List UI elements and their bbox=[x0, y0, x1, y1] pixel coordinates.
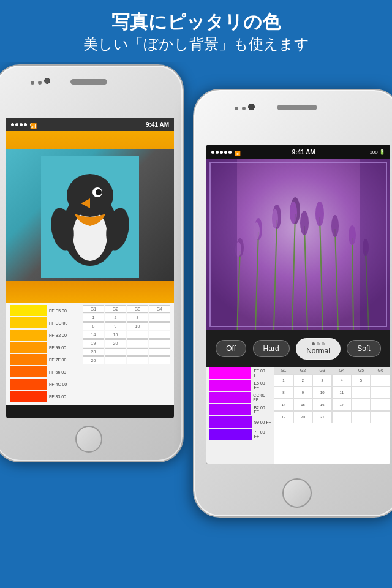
color-hex-right: E5 00 FF bbox=[254, 381, 271, 390]
left-palette-row[interactable]: FF B2 00 bbox=[10, 330, 81, 341]
left-grid-cell[interactable] bbox=[105, 356, 126, 364]
right-grid-cell[interactable] bbox=[371, 399, 390, 411]
right-palette-row[interactable]: FF 00 FF bbox=[206, 367, 274, 379]
left-grid-cell[interactable] bbox=[127, 331, 148, 339]
screen-right: 📶 9:41 AM 100 🔋 bbox=[206, 145, 390, 464]
left-grid-cell[interactable]: 20 bbox=[105, 339, 126, 347]
right-grid-cell[interactable]: 9 bbox=[293, 386, 313, 399]
header-subtitle: 美しい「ぼかし背景」も使えます bbox=[12, 34, 380, 53]
right-grid-cell[interactable]: 11 bbox=[332, 386, 352, 399]
right-palette-row[interactable]: 7F 00 FF bbox=[206, 428, 274, 440]
right-grid-cell[interactable] bbox=[352, 399, 371, 411]
left-grid-cell[interactable]: 8 bbox=[83, 322, 104, 330]
svg-rect-32 bbox=[206, 159, 237, 330]
left-grid-cell[interactable]: 10 bbox=[127, 322, 148, 330]
right-grid-cell[interactable]: 16 bbox=[312, 399, 332, 411]
lavender-svg bbox=[206, 159, 390, 330]
right-gh-g4: G4 bbox=[332, 367, 352, 374]
color-hex-label: FF 66 00 bbox=[49, 370, 81, 374]
right-grid-cell[interactable]: 5 bbox=[352, 374, 371, 386]
left-grid-cell[interactable] bbox=[149, 322, 170, 330]
left-grid-cell[interactable]: 15 bbox=[105, 331, 126, 339]
left-grid-cell[interactable]: 2 bbox=[105, 314, 126, 322]
blur-normal-button[interactable]: Normal bbox=[296, 338, 341, 360]
left-grid-cell[interactable] bbox=[127, 348, 148, 356]
left-grid-cell[interactable]: 19 bbox=[83, 339, 104, 347]
left-grid-cell[interactable] bbox=[149, 348, 170, 356]
right-grid-cell[interactable]: 21 bbox=[312, 411, 332, 423]
palette-left: FF E5 00FF CC 00FF B2 00FF 99 00FF 7F 00… bbox=[6, 303, 174, 405]
bird-area bbox=[6, 131, 174, 303]
color-hex-label: FF 99 00 bbox=[49, 345, 81, 350]
left-grid-cell[interactable]: 3 bbox=[127, 314, 148, 322]
left-palette-row[interactable]: FF 66 00 bbox=[10, 366, 81, 377]
right-palette-row[interactable]: CC 00 FF bbox=[206, 391, 274, 404]
right-grid-cell[interactable]: 15 bbox=[293, 399, 313, 411]
right-grid-cell[interactable]: 17 bbox=[332, 399, 352, 411]
blur-hard-button[interactable]: Hard bbox=[253, 340, 290, 357]
left-palette-row[interactable]: FF 33 00 bbox=[10, 391, 81, 402]
right-grid-cell[interactable]: 10 bbox=[312, 386, 332, 399]
right-grid-cell[interactable]: 3 bbox=[312, 374, 332, 386]
right-palette-row[interactable]: E5 00 FF bbox=[206, 379, 274, 391]
right-grid-cell[interactable]: 8 bbox=[274, 386, 293, 399]
phones-area: 📶 9:41 AM bbox=[0, 64, 392, 588]
right-grid-cell[interactable]: 19 bbox=[274, 411, 293, 423]
left-palette-row[interactable]: FF CC 00 bbox=[10, 317, 81, 328]
home-button-left[interactable] bbox=[75, 426, 102, 453]
right-grid-cell[interactable]: 1 bbox=[274, 374, 293, 386]
blur-off-button[interactable]: Off bbox=[216, 340, 246, 357]
right-grid-cell[interactable] bbox=[371, 386, 390, 399]
time-right: 9:41 AM bbox=[292, 149, 315, 156]
color-hex-right: CC 00 FF bbox=[253, 393, 271, 402]
color-swatch-right bbox=[209, 429, 252, 440]
right-grid-cell[interactable] bbox=[352, 386, 371, 399]
left-grid-cell[interactable] bbox=[149, 339, 170, 347]
svg-rect-33 bbox=[360, 159, 390, 330]
right-palette-row[interactable]: 99 00 FF bbox=[206, 416, 274, 428]
svg-point-6 bbox=[96, 189, 102, 195]
left-grid-cell[interactable]: 26 bbox=[83, 356, 104, 364]
color-swatch-right bbox=[209, 392, 251, 403]
left-grid-cell[interactable] bbox=[149, 314, 170, 322]
svg-point-3 bbox=[67, 174, 113, 217]
right-grid-cell[interactable]: 14 bbox=[274, 399, 293, 411]
normal-dots bbox=[306, 342, 330, 345]
color-hex-right: B2 00 FF bbox=[254, 405, 271, 414]
left-grid-cell[interactable] bbox=[149, 356, 170, 364]
left-grid-cell[interactable]: 9 bbox=[105, 322, 126, 330]
right-grid-cell[interactable]: 20 bbox=[293, 411, 313, 423]
color-swatch bbox=[10, 391, 47, 402]
home-button-right[interactable] bbox=[282, 478, 312, 508]
right-gh-g2: G2 bbox=[293, 367, 313, 374]
left-grid-cell[interactable]: 14 bbox=[83, 331, 104, 339]
color-swatch bbox=[10, 366, 47, 377]
right-grid-cell[interactable]: 2 bbox=[293, 374, 313, 386]
left-grid-cell[interactable] bbox=[149, 331, 170, 339]
left-palette-row[interactable]: FF 4C 00 bbox=[10, 379, 81, 390]
left-palette-row[interactable]: FF E5 00 bbox=[10, 305, 81, 316]
left-grid-cell[interactable] bbox=[105, 348, 126, 356]
right-grid-cell[interactable] bbox=[352, 411, 371, 423]
signal-dots-left: 📶 bbox=[11, 123, 33, 126]
color-hex-label: FF 7F 00 bbox=[49, 358, 81, 362]
left-grid-cell[interactable] bbox=[127, 356, 148, 364]
status-bar-left: 📶 9:41 AM bbox=[6, 118, 174, 131]
right-palette-row[interactable]: B2 00 FF bbox=[206, 404, 274, 416]
color-hex-right: 99 00 FF bbox=[254, 420, 271, 424]
left-grid-cell[interactable] bbox=[127, 339, 148, 347]
left-palette-row[interactable]: FF 7F 00 bbox=[10, 354, 81, 365]
color-swatch bbox=[10, 305, 47, 316]
right-grid-header: G1 G2 G3 G4 G5 G6 bbox=[274, 367, 390, 374]
blur-soft-button[interactable]: Soft bbox=[347, 340, 380, 357]
right-grid-cell[interactable]: 4 bbox=[332, 374, 352, 386]
left-palette-row[interactable]: FF 99 00 bbox=[10, 342, 81, 353]
right-grid-cell[interactable] bbox=[371, 411, 390, 423]
left-grid-cell[interactable]: 23 bbox=[83, 348, 104, 356]
grid-header-g2: G2 bbox=[105, 305, 126, 313]
left-grid-cell[interactable]: 1 bbox=[83, 314, 104, 322]
screen-left: 📶 9:41 AM bbox=[6, 118, 174, 418]
right-grid-cell[interactable] bbox=[332, 411, 352, 423]
color-swatch bbox=[10, 354, 47, 365]
right-grid-cell[interactable] bbox=[371, 374, 390, 386]
